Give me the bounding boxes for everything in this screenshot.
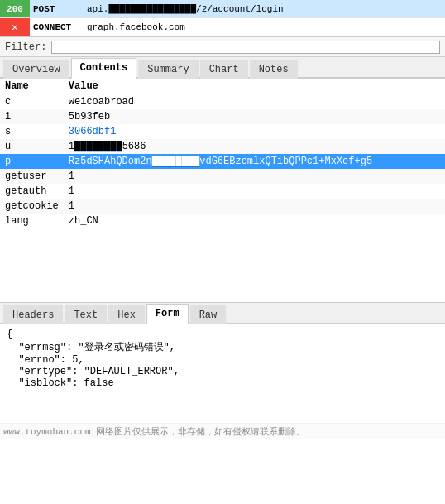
row-name: u: [0, 139, 64, 154]
row-name: getauth: [0, 184, 64, 199]
tab-hex[interactable]: Hex: [108, 305, 145, 324]
table-row[interactable]: u 1████████5686: [0, 139, 445, 154]
row-value: 1: [64, 184, 445, 199]
url-cell-2: graph.facebook.com: [84, 22, 445, 32]
filter-bar: Filter:: [0, 37, 445, 57]
row-name: s: [0, 124, 64, 139]
method-cell-2: CONNECT: [30, 22, 84, 32]
json-content-area: { "errmsg": "登录名或密码错误", "errno": 5, "err…: [0, 324, 445, 423]
tab-headers[interactable]: Headers: [3, 305, 63, 324]
tab-overview[interactable]: Overview: [3, 60, 69, 79]
table-row[interactable]: c weicoabroad: [0, 94, 445, 110]
row-name: i: [0, 109, 64, 124]
col-header-name: Name: [0, 79, 64, 94]
top-tabs-bar: Overview Contents Summary Chart Notes: [0, 57, 445, 79]
row-value: weicoabroad: [64, 94, 445, 110]
table-row[interactable]: getauth 1: [0, 184, 445, 199]
row-name: getcookie: [0, 199, 64, 214]
row-value: 5b93feb: [64, 109, 445, 124]
table-row[interactable]: lang zh_CN: [0, 214, 445, 228]
tab-contents[interactable]: Contents: [71, 58, 137, 79]
row-value: 1████████5686: [64, 139, 445, 154]
request-row-1[interactable]: 200 POST api.████████████████/2/account/…: [0, 0, 445, 18]
tab-summary[interactable]: Summary: [138, 60, 198, 79]
table-row[interactable]: getuser 1: [0, 169, 445, 184]
row-value: Rz5dSHAhQDom2n████████vdG6EBzomlxQTibQPP…: [64, 154, 445, 169]
filter-input[interactable]: [51, 41, 440, 54]
url-cell-1: api.████████████████/2/account/login: [84, 4, 445, 14]
row-value: zh_CN: [64, 214, 445, 228]
bottom-tabs-bar: Headers Text Hex Form Raw: [0, 302, 445, 324]
table-row[interactable]: getcookie 1: [0, 199, 445, 214]
data-table: Name Value c weicoabroad i 5b93feb s 306…: [0, 79, 445, 228]
tab-text[interactable]: Text: [65, 305, 107, 324]
row-value: 1: [64, 199, 445, 214]
status-badge-2: ✕: [0, 18, 30, 36]
table-row-selected[interactable]: p Rz5dSHAhQDom2n████████vdG6EBzomlxQTibQ…: [0, 154, 445, 169]
row-name: lang: [0, 214, 64, 228]
tab-form[interactable]: Form: [146, 304, 189, 324]
request-list: 200 POST api.████████████████/2/account/…: [0, 0, 445, 37]
method-cell-1: POST: [30, 4, 84, 14]
col-header-value: Value: [64, 79, 445, 94]
row-name: c: [0, 94, 64, 110]
tab-chart[interactable]: Chart: [200, 60, 248, 79]
watermark: www.toymoban.com 网络图片仅供展示，非存储，如有侵权请联系删除。: [0, 423, 445, 439]
row-value: 1: [64, 169, 445, 184]
row-value: 3066dbf1: [64, 124, 445, 139]
row-name: getuser: [0, 169, 64, 184]
filter-label: Filter:: [5, 41, 46, 53]
tab-raw[interactable]: Raw: [190, 305, 227, 324]
status-badge-1: 200: [0, 0, 30, 17]
tab-notes[interactable]: Notes: [250, 60, 298, 79]
request-row-2[interactable]: ✕ CONNECT graph.facebook.com: [0, 18, 445, 36]
main-content: Name Value c weicoabroad i 5b93feb s 306…: [0, 79, 445, 302]
table-row[interactable]: i 5b93feb: [0, 109, 445, 124]
row-name: p: [0, 154, 64, 169]
table-row[interactable]: s 3066dbf1: [0, 124, 445, 139]
